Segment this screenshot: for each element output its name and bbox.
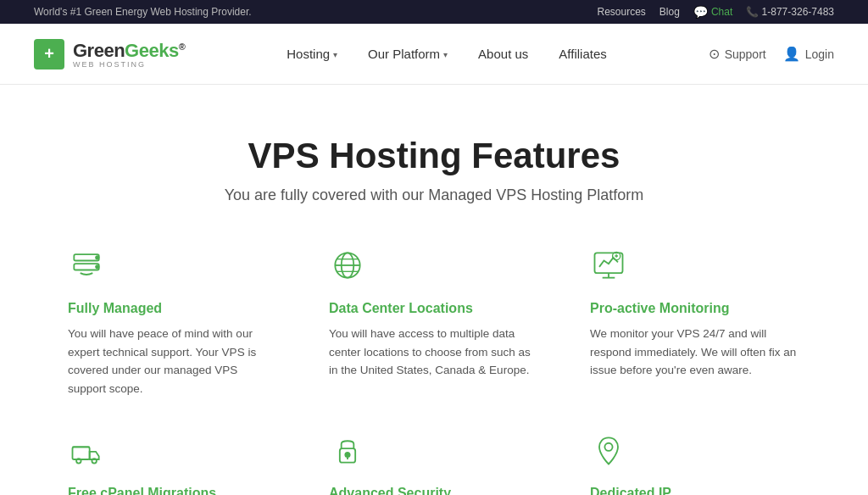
resources-link[interactable]: Resources	[598, 6, 646, 18]
svg-point-15	[92, 459, 97, 464]
nav-affiliates[interactable]: Affiliates	[543, 24, 621, 85]
svg-point-18	[345, 453, 350, 458]
page-subtitle: You are fully covered with our Managed V…	[68, 186, 800, 204]
support-icon: ⊙	[709, 46, 720, 62]
svg-point-3	[96, 265, 99, 269]
chat-button[interactable]: 💬 Chat	[693, 5, 732, 19]
feature-desc: You will have access to multiple data ce…	[329, 325, 539, 380]
features-grid: Fully Managed You will have peace of min…	[68, 247, 800, 495]
dedicated-ip-icon	[590, 431, 800, 474]
feature-title: Pro-active Monitoring	[590, 301, 800, 316]
fully-managed-icon	[68, 247, 278, 289]
chat-icon: 💬	[693, 5, 708, 19]
logo-text: GreenGeeks® WEB HOSTING	[73, 40, 185, 69]
feature-monitoring: Pro-active Monitoring We monitor your VP…	[590, 247, 800, 398]
logo-sub: WEB HOSTING	[73, 60, 185, 69]
feature-migrations: Free cPanel Migrations Already have Virt…	[68, 431, 278, 495]
login-link[interactable]: 👤 Login	[783, 46, 834, 62]
nav-platform[interactable]: Our Platform ▾	[353, 24, 463, 85]
monitoring-icon	[590, 247, 800, 289]
feature-title: Advanced Security	[329, 486, 539, 495]
feature-desc: We monitor your VPS 24/7 and will respon…	[590, 325, 800, 380]
logo-icon: +	[34, 39, 64, 70]
migrations-icon	[68, 431, 278, 474]
svg-point-20	[604, 443, 612, 451]
nav-about[interactable]: About us	[463, 24, 543, 85]
feature-title: Free cPanel Migrations	[68, 486, 278, 495]
feature-title: Dedicated IP	[590, 486, 800, 495]
feature-desc: You will have peace of mind with our exp…	[68, 325, 278, 398]
data-center-icon	[329, 247, 539, 289]
header-right: ⊙ Support 👤 Login	[709, 46, 834, 62]
hosting-chevron-icon: ▾	[333, 50, 337, 59]
main-content: VPS Hosting Features You are fully cover…	[0, 85, 868, 495]
login-icon: 👤	[783, 46, 800, 62]
feature-data-center: Data Center Locations You will have acce…	[329, 247, 539, 398]
blog-link[interactable]: Blog	[659, 6, 680, 18]
svg-rect-13	[73, 448, 90, 460]
feature-title: Fully Managed	[68, 301, 278, 316]
security-icon	[329, 431, 539, 474]
page-title: VPS Hosting Features	[68, 136, 800, 176]
nav-hosting[interactable]: Hosting ▾	[271, 24, 353, 85]
svg-point-2	[96, 256, 99, 259]
svg-point-14	[76, 459, 81, 464]
support-link[interactable]: ⊙ Support	[709, 46, 766, 62]
nav: Hosting ▾ Our Platform ▾ About us Affili…	[271, 24, 622, 85]
feature-title: Data Center Locations	[329, 301, 539, 316]
topbar-right: Resources Blog 💬 Chat 📞 1-877-326-7483	[598, 5, 835, 19]
feature-dedicated-ip: Dedicated IP Your Virtual Private Server…	[590, 431, 800, 495]
topbar: World's #1 Green Energy Web Hosting Prov…	[0, 0, 868, 24]
tagline: World's #1 Green Energy Web Hosting Prov…	[34, 6, 252, 18]
logo[interactable]: + GreenGeeks® WEB HOSTING	[34, 39, 185, 70]
phone-number: 📞 1-877-326-7483	[746, 6, 834, 18]
platform-chevron-icon: ▾	[443, 50, 448, 59]
feature-fully-managed: Fully Managed You will have peace of min…	[68, 247, 278, 398]
feature-security: Advanced Security Your VPS will be secur…	[329, 431, 539, 495]
logo-name: GreenGeeks®	[73, 40, 185, 62]
header: + GreenGeeks® WEB HOSTING Hosting ▾ Our …	[0, 24, 868, 85]
